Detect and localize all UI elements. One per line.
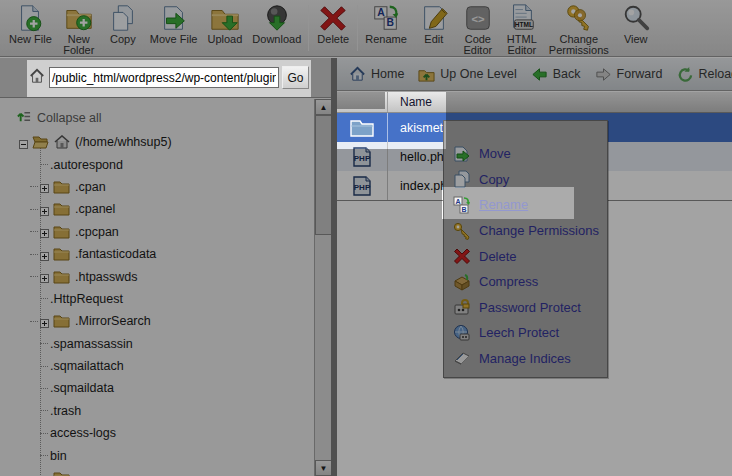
- scrollbar-thumb[interactable]: [315, 115, 332, 235]
- toolbar-view[interactable]: View: [614, 3, 658, 45]
- tree-item-autorespond[interactable]: .autorespond: [0, 153, 314, 175]
- nav-item-label: Forward: [617, 67, 663, 81]
- toolbar-html-editor[interactable]: HTMLHTML Editor: [500, 3, 544, 56]
- address-bar: Go: [0, 58, 331, 98]
- folder-open-icon: [32, 135, 49, 149]
- svg-text:<>: <>: [471, 13, 485, 25]
- tree-item-access-logs[interactable]: access-logs: [0, 422, 314, 444]
- tree-item-spamassassin[interactable]: .spamassassin: [0, 333, 314, 355]
- toolbar-copy[interactable]: Copy: [101, 3, 145, 45]
- tree-item-label: .htpasswds: [75, 270, 138, 284]
- sidebar-scrollbar[interactable]: ▲ ▼: [314, 99, 331, 476]
- toolbar-delete[interactable]: Delete: [311, 3, 355, 45]
- menu-item-label: Copy: [479, 172, 509, 187]
- nav-home[interactable]: Home: [349, 66, 404, 83]
- toolbar-item-label: Change Permissions: [549, 34, 609, 56]
- tree-item-cpanel[interactable]: .cpanel: [0, 198, 314, 220]
- go-button[interactable]: Go: [282, 66, 309, 89]
- menu-item-rename[interactable]: ABRename: [444, 192, 607, 218]
- toolbar-item-label: View: [624, 34, 648, 45]
- toolbar-move-file[interactable]: Move File: [145, 3, 203, 45]
- menu-item-move[interactable]: Move: [444, 141, 607, 167]
- tree-item-label: .sqmailattach: [50, 359, 124, 373]
- nav-up-one-level[interactable]: Up One Level: [418, 66, 516, 83]
- tree-item-label: .spamassassin: [50, 337, 133, 351]
- permissions-icon: [564, 3, 594, 33]
- left-panel: Go Collapse all (/home/whhsup5).autoresp…: [0, 58, 331, 476]
- scroll-down-button[interactable]: ▼: [315, 460, 332, 476]
- m-compress-icon: [453, 273, 471, 291]
- menu-item-change-permissions[interactable]: Change Permissions: [444, 218, 607, 244]
- nav-back[interactable]: Back: [531, 66, 581, 83]
- toolbar-item-label: HTML Editor: [507, 34, 537, 56]
- toolbar-code-editor[interactable]: <>Code Editor: [456, 3, 500, 56]
- tree-item-sqmailattach[interactable]: .sqmailattach: [0, 355, 314, 377]
- menu-item-leech-protect[interactable]: Leech Protect: [444, 320, 607, 346]
- menu-item-copy[interactable]: Copy: [444, 167, 607, 193]
- toolbar-change-permissions[interactable]: Change Permissions: [544, 3, 614, 56]
- svg-text:A: A: [377, 7, 385, 18]
- plus-box-icon: [40, 207, 49, 216]
- toolbar-separator: [308, 5, 309, 51]
- plus-box-icon: [40, 229, 49, 238]
- folder-gold-icon: [53, 471, 70, 476]
- svg-text:B: B: [387, 17, 394, 28]
- tree-item-label: .cpcpan: [75, 225, 119, 239]
- svg-text:PHP: PHP: [354, 183, 371, 192]
- collapse-all-icon: [16, 109, 31, 127]
- folder-gold-icon: [53, 270, 70, 284]
- tree-item-fantasticodata[interactable]: .fantasticodata: [0, 243, 314, 265]
- menu-item-compress[interactable]: Compress: [444, 269, 607, 295]
- nav-forward[interactable]: Forward: [595, 66, 663, 83]
- nav-reload[interactable]: Reload: [676, 66, 732, 83]
- collapse-all-label: Collapse all: [37, 111, 102, 125]
- plus-box-icon: [40, 184, 49, 193]
- move-file-icon: [159, 3, 189, 33]
- toolbar-edit[interactable]: Edit: [412, 3, 456, 45]
- scroll-up-button[interactable]: ▲: [315, 99, 332, 115]
- rename-icon: AB: [371, 3, 401, 33]
- plus-box-icon: [40, 274, 49, 283]
- toolbar-download[interactable]: Download: [247, 3, 306, 45]
- tree-item-homewhhsup5[interactable]: (/home/whhsup5): [0, 131, 314, 153]
- reload-icon: [676, 66, 693, 83]
- toolbar-new-file[interactable]: New File: [4, 3, 57, 45]
- tree-item-sqmaildata[interactable]: .sqmaildata: [0, 377, 314, 399]
- tree-item-label: (/home/whhsup5): [75, 135, 172, 149]
- tree-item-label: .cpan: [75, 180, 106, 194]
- tree-item-trash[interactable]: .trash: [0, 400, 314, 422]
- home-small-icon: [54, 135, 70, 149]
- tree-item-cpcpan[interactable]: .cpcpan: [0, 221, 314, 243]
- menu-item-label: Rename: [479, 197, 528, 212]
- nav-item-label: Reload: [698, 67, 732, 81]
- tree-item-cpan[interactable]: .cpan: [0, 176, 314, 198]
- name-column-header[interactable]: Name: [387, 92, 732, 112]
- menu-item-label: Manage Indices: [479, 351, 571, 366]
- path-input[interactable]: [49, 67, 279, 88]
- navigation-bar: HomeUp One LevelBackForwardReloadSelect: [337, 58, 732, 91]
- tree-item-mirrorsearch[interactable]: .MirrorSearch: [0, 310, 314, 332]
- edit-icon: [419, 3, 449, 33]
- menu-item-password-protect[interactable]: Password Protect: [444, 295, 607, 321]
- toolbar-new-folder[interactable]: New Folder: [57, 3, 101, 56]
- toolbar-rename[interactable]: ABRename: [360, 3, 412, 45]
- tree-item-htpasswds[interactable]: .htpasswds: [0, 265, 314, 287]
- top-toolbar: New FileNew FolderCopyMove FileUploadDow…: [0, 0, 732, 57]
- tree-item-httprequest[interactable]: .HttpRequest: [0, 288, 314, 310]
- tree-item-bin[interactable]: bin: [0, 444, 314, 466]
- plus-box-icon: [40, 319, 49, 328]
- toolbar-item-label: Edit: [424, 34, 443, 45]
- tree-item-cutoff[interactable]: [0, 467, 314, 476]
- download-icon: [262, 3, 292, 33]
- m-delete-icon: [453, 247, 471, 265]
- svg-text:PHP: PHP: [354, 154, 371, 163]
- php-icon: PHP: [351, 146, 373, 168]
- toolbar-separator: [357, 5, 358, 51]
- svg-text:A: A: [455, 198, 460, 205]
- m-key-icon: [453, 222, 471, 240]
- svg-text:B: B: [461, 206, 466, 213]
- menu-item-delete[interactable]: Delete: [444, 243, 607, 269]
- collapse-all[interactable]: Collapse all: [16, 107, 314, 129]
- menu-item-manage-indices[interactable]: Manage Indices: [444, 346, 607, 372]
- toolbar-upload[interactable]: Upload: [202, 3, 247, 45]
